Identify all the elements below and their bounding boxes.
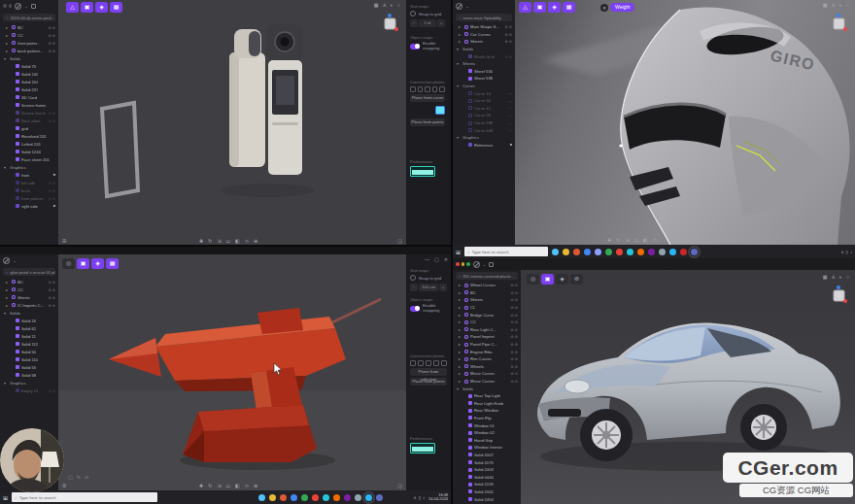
taskbar-app-icon[interactable] <box>563 249 569 255</box>
transform-tool-icon[interactable]: ⊕ <box>254 238 257 244</box>
transform-tool-icon[interactable]: ↻ <box>208 238 212 244</box>
taskbar-app-icon[interactable] <box>376 494 383 501</box>
visibility-icons[interactable] <box>510 143 512 147</box>
visibility-icons[interactable] <box>49 280 55 285</box>
visibility-icons[interactable] <box>505 32 512 37</box>
tree-row[interactable]: Solid 50 <box>0 348 58 355</box>
tree-row[interactable]: Rim Curves <box>453 355 521 363</box>
start-button[interactable]: ⊞ <box>456 249 461 255</box>
view-option-icon[interactable]: ○ <box>846 2 849 8</box>
window-control-button[interactable]: — <box>425 256 429 262</box>
tray-icon[interactable]: ▯ <box>419 495 421 500</box>
plane-from-points-button[interactable]: Plane from points <box>410 378 447 386</box>
window-control-button[interactable]: ▢ <box>434 256 439 262</box>
tray-icon[interactable]: ♪ <box>423 495 425 500</box>
panel-toggle-icon[interactable] <box>31 4 36 9</box>
tree-row[interactable]: Rear Light C... <box>453 326 521 334</box>
enable-snapping-toggle[interactable] <box>410 306 420 312</box>
visibility-icons[interactable] <box>49 49 55 53</box>
tree-row[interactable]: Face sheet 201 <box>0 155 58 163</box>
mode-button[interactable]: ▣ <box>77 258 89 269</box>
transform-tool-icon[interactable]: ⇲ <box>625 237 629 243</box>
mode-button[interactable]: ▣ <box>81 2 93 13</box>
plane-icon[interactable] <box>441 360 447 366</box>
transform-tool-icon[interactable]: ◇ <box>653 237 657 243</box>
viewport-corner-icon[interactable]: ⊞ <box>62 238 66 244</box>
tree-row[interactable]: Cut Curves <box>453 31 515 39</box>
tree-row[interactable]: Solids <box>453 385 521 392</box>
tree-row[interactable]: right side <box>0 202 58 210</box>
scene-avatar-icon[interactable] <box>456 3 462 10</box>
webcam-control-icon[interactable]: ✎ <box>77 474 81 480</box>
step-minus-button[interactable]: − <box>410 284 418 291</box>
transform-tool-icon[interactable]: ⇲ <box>217 238 221 244</box>
transform-tool-icon[interactable]: ↻ <box>616 237 620 243</box>
tree-row[interactable]: Solid 55 <box>0 363 58 371</box>
tree-row[interactable]: Rear Top Light <box>453 392 521 400</box>
tree-row[interactable]: Solid 2245 <box>453 481 521 488</box>
view-option-icon[interactable]: ▦ <box>823 2 828 8</box>
transform-tool-icon[interactable]: ✚ <box>199 238 203 244</box>
taskbar-search-input[interactable]: ○ Type here to search <box>464 247 548 256</box>
tree-row[interactable]: grid <box>0 124 58 132</box>
tree-row[interactable]: Solid 75 <box>0 62 58 70</box>
visibility-icons[interactable] <box>49 295 55 300</box>
viewport-corner-icon[interactable]: ◲ <box>397 483 402 488</box>
tree-row[interactable]: Curve 10 <box>453 89 515 97</box>
panel-toggle-icon[interactable] <box>489 262 494 267</box>
visibility-icons[interactable] <box>508 99 512 103</box>
visibility-icons[interactable] <box>511 379 518 384</box>
taskbar-app-icon[interactable] <box>605 249 612 255</box>
window-control-button[interactable]: ✕ <box>444 256 448 262</box>
tree-row[interactable]: Solid 16 <box>0 317 58 324</box>
transform-tool-icon[interactable]: ▭ <box>634 237 639 243</box>
taskbar-app-icon[interactable] <box>365 494 372 501</box>
viewport-corner-icon[interactable]: ◲ <box>397 238 402 244</box>
taskbar-app-icon[interactable] <box>584 249 591 255</box>
snap-grid-toggle[interactable] <box>410 11 416 17</box>
tree-row[interactable]: Sheets <box>0 293 58 301</box>
chevron-down-icon[interactable]: ⌄ <box>483 262 487 267</box>
enable-snapping-toggle[interactable] <box>410 44 420 50</box>
start-button[interactable]: ⊞ <box>3 494 8 501</box>
scene-avatar-icon[interactable] <box>473 261 480 268</box>
tree-row[interactable]: Wheels <box>453 363 521 371</box>
visibility-icons[interactable] <box>49 196 55 201</box>
visibility-icons[interactable] <box>49 181 55 185</box>
visibility-icons[interactable] <box>511 350 518 354</box>
view-gizmo[interactable] <box>830 285 847 304</box>
tree-row[interactable]: Rear Window <box>453 407 521 415</box>
tree-row[interactable]: BC <box>0 278 58 286</box>
maximize-dot-icon[interactable] <box>466 262 470 266</box>
tree-row[interactable]: Solid 1244 <box>0 148 58 155</box>
tree-row[interactable]: Mirror Curves <box>453 378 521 386</box>
taskbar-app-icon[interactable] <box>573 249 580 255</box>
taskbar-app-icon[interactable] <box>312 494 319 501</box>
tl-search-input[interactable]: ○ 2024-04-dji-osmo-pock... <box>3 14 55 21</box>
taskbar-app-icon[interactable] <box>648 249 655 255</box>
mode-button[interactable]: ◎ <box>62 258 75 269</box>
plane-icon[interactable] <box>439 86 445 92</box>
mode-button[interactable]: ▦ <box>106 258 119 269</box>
tree-row[interactable]: CC <box>453 319 521 326</box>
plane-icon[interactable] <box>432 86 438 92</box>
tree-row[interactable]: Solid 112 <box>0 340 58 348</box>
view-option-icon[interactable]: ○ <box>846 274 849 280</box>
tree-row[interactable]: Graphics <box>453 134 515 142</box>
tree-row[interactable]: Solid 2007 <box>453 452 521 459</box>
mode-button[interactable]: ◈ <box>91 258 104 269</box>
tree-row[interactable]: Solids <box>0 54 58 62</box>
visibility-icons[interactable] <box>508 128 512 132</box>
tree-row[interactable]: Sheet 598 <box>453 75 515 83</box>
transform-tool-icon[interactable]: ◧ <box>643 237 648 243</box>
plane-from-selection-button[interactable]: Plane from selection <box>410 368 447 376</box>
visibility-icons[interactable] <box>511 342 518 347</box>
chevron-down-icon[interactable]: ⌄ <box>24 4 28 9</box>
view-option-icon[interactable]: ♙ <box>831 2 835 8</box>
transform-tool-icon[interactable]: ▭ <box>226 238 231 244</box>
tree-row[interactable]: front <box>0 171 58 179</box>
mode-button[interactable]: ◈ <box>548 2 561 13</box>
selected-plane-icon[interactable] <box>435 106 445 115</box>
taskbar-app-icon[interactable] <box>323 494 329 501</box>
view-option-icon[interactable]: ▦ <box>374 2 379 8</box>
